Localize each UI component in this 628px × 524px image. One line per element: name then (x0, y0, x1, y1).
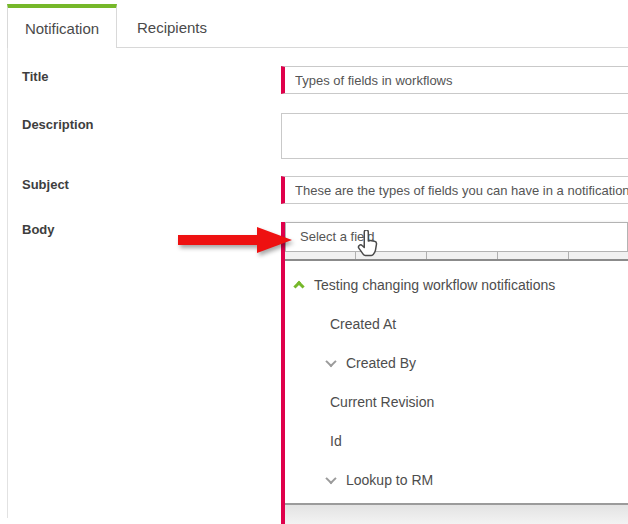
body-field-select[interactable]: Select a field (285, 222, 628, 252)
dropdown-item[interactable]: Created By (285, 343, 628, 382)
required-field-bar (281, 222, 285, 524)
tab-notification[interactable]: Notification (7, 4, 117, 48)
panel-left-border (7, 47, 8, 518)
dropdown-item-label: Lookup to RM (346, 472, 433, 488)
title-label: Title (22, 69, 49, 84)
column-tick-strip (285, 252, 628, 261)
dropdown-item-label: Testing changing workflow notifications (314, 277, 555, 293)
body-label: Body (22, 222, 55, 237)
title-input[interactable] (281, 66, 628, 94)
tab-recipients-label: Recipients (137, 19, 207, 36)
subject-input[interactable] (281, 176, 628, 204)
chevron-down-icon (325, 355, 336, 366)
dropdown-item[interactable]: Created At (285, 304, 628, 343)
horizontal-scrollbar-track[interactable] (285, 505, 628, 524)
tab-notification-label: Notification (25, 20, 99, 37)
dropdown-item-label: Current Revision (330, 394, 434, 410)
chevron-up-icon (293, 280, 304, 291)
dropdown-item[interactable]: Id (285, 421, 628, 460)
subject-label: Subject (22, 177, 69, 192)
notification-editor-window: Notification Recipients Title Descriptio… (0, 0, 628, 524)
description-textarea[interactable] (281, 113, 628, 159)
dropdown-item[interactable]: Testing changing workflow notifications (285, 265, 628, 304)
field-dropdown: Testing changing workflow notifications … (285, 261, 628, 505)
body-field-select-placeholder: Select a field (300, 229, 374, 244)
chevron-down-icon (325, 472, 336, 483)
annotation-arrow (178, 227, 293, 253)
dropdown-item[interactable]: Lookup to RM (285, 460, 628, 499)
dropdown-item-label: Created By (346, 355, 416, 371)
dropdown-item[interactable]: Current Revision (285, 382, 628, 421)
dropdown-item-label: Created At (330, 316, 396, 332)
description-label: Description (22, 117, 94, 132)
dropdown-item-label: Id (330, 433, 342, 449)
annotation-arrow-shaft (178, 235, 258, 245)
tab-recipients[interactable]: Recipients (118, 8, 226, 47)
